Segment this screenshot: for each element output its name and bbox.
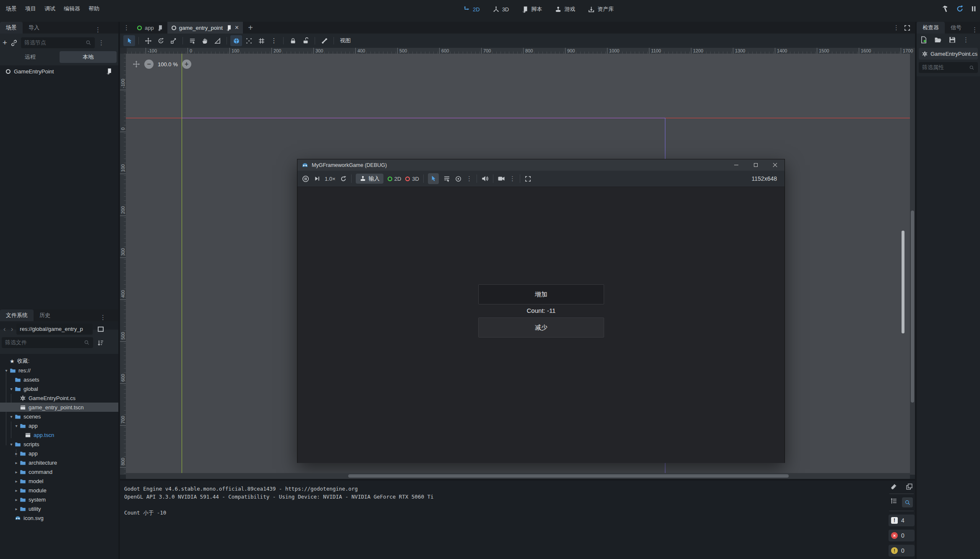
tab-signals[interactable]: 信号 (945, 22, 967, 34)
game-select-mode-icon[interactable] (428, 173, 439, 184)
expand-arrow-icon[interactable]: ▾ (9, 387, 14, 391)
search-output-toggle[interactable] (902, 497, 913, 507)
canvas-vscrollbar[interactable] (910, 54, 915, 475)
camera-menu-icon[interactable]: ⋮ (509, 175, 516, 182)
cube-tool-icon[interactable] (230, 35, 242, 46)
nav-forward-icon[interactable]: › (9, 325, 15, 333)
workspace-game[interactable]: 游戏 (551, 3, 579, 15)
filter-files-input[interactable]: 筛选文件 (2, 337, 93, 348)
bone-tool-icon[interactable] (318, 35, 330, 46)
add-node-icon[interactable]: + (3, 38, 7, 47)
select-2d-button[interactable]: 2D (388, 176, 401, 182)
expand-arrow-icon[interactable]: ▾ (4, 368, 9, 373)
expand-arrow-icon[interactable]: ▾ (9, 414, 14, 419)
tab-history[interactable]: 历史 (34, 309, 56, 321)
file-tree-item-model[interactable]: ▸model (0, 476, 118, 486)
decrease-button[interactable]: 减少 (478, 317, 604, 338)
sort-files-icon[interactable] (97, 339, 104, 346)
camera-override-icon[interactable] (498, 175, 505, 182)
game-window[interactable]: MyGFrameworkGame (DEBUG) 1.0× 输入 (297, 159, 785, 463)
file-tree-item-res---[interactable]: ▾res:// (0, 366, 118, 375)
tab-inspector[interactable]: 检查器 (917, 22, 945, 34)
file-tree-item-command[interactable]: ▸command (0, 467, 118, 476)
speed-label[interactable]: 1.0× (325, 176, 336, 182)
game-window-titlebar[interactable]: MyGFrameworkGame (DEBUG) (297, 159, 785, 171)
filter-nodes-input[interactable]: 筛选节点 (21, 37, 95, 48)
attached-script-icon[interactable] (106, 68, 112, 75)
file-tree-item-system[interactable]: ▸system (0, 495, 118, 504)
warnings-filter-button[interactable]: ! 0 (889, 545, 915, 556)
workspace-2d[interactable]: 2D (460, 3, 483, 15)
save-resource-icon[interactable] (949, 36, 956, 44)
inspector-dock-menu-icon[interactable]: ⋮ (972, 26, 978, 34)
file-tree-item-architecture[interactable]: ▸architecture (0, 458, 118, 467)
zoom-level[interactable]: 100.0 % (158, 61, 178, 68)
scene-tab-app[interactable]: app (133, 22, 167, 34)
expand-arrow-icon[interactable]: ▸ (14, 460, 19, 465)
tab-import-dock[interactable]: 导入 (23, 22, 45, 34)
grid-tool-icon[interactable] (255, 35, 267, 46)
file-tree-item-scripts[interactable]: ▾scripts (0, 439, 118, 449)
vscroll-thumb[interactable] (911, 211, 914, 403)
game-options-menu-icon[interactable]: ⋮ (466, 175, 472, 182)
scene-tree-root-row[interactable]: GameEntryPoint (0, 66, 118, 76)
clear-output-icon[interactable] (890, 483, 897, 490)
cursor-tool-icon[interactable] (123, 35, 135, 46)
focus-selection-icon[interactable] (455, 175, 462, 182)
mute-audio-icon[interactable] (481, 175, 489, 182)
lock-tool-icon[interactable] (287, 35, 299, 46)
hscroll-thumb[interactable] (348, 474, 789, 478)
build-hammer-icon[interactable] (941, 5, 950, 13)
zoom-in-button[interactable]: + (182, 60, 191, 69)
favorites-header[interactable]: ★收藏: (0, 356, 118, 366)
scene-tree-menu-icon[interactable]: ⋮ (98, 39, 104, 47)
input-mode-button[interactable]: 输入 (356, 174, 383, 184)
file-tree-item-app[interactable]: ▸app (0, 449, 118, 458)
menu-project[interactable]: 项目 (21, 3, 40, 14)
next-frame-icon[interactable] (314, 175, 321, 182)
view-menu-button[interactable]: 视图 (340, 37, 351, 44)
load-resource-icon[interactable] (934, 36, 942, 44)
ruler-tool-icon[interactable] (211, 35, 223, 46)
resource-menu-icon[interactable]: ⋮ (963, 36, 969, 44)
nav-back-icon[interactable]: ‹ (2, 325, 8, 333)
workspace-script[interactable]: 脚本 (518, 3, 545, 15)
rotate-tool-icon[interactable] (155, 35, 167, 46)
unlock-tool-icon[interactable] (300, 35, 311, 46)
messages-filter-button[interactable]: ! 4 (889, 515, 915, 526)
new-scene-tab-icon[interactable]: + (243, 23, 258, 33)
game-scrollbar[interactable] (902, 231, 904, 333)
new-resource-icon[interactable] (920, 36, 928, 44)
window-close-button[interactable] (765, 159, 785, 171)
filter-properties-input[interactable]: 筛选属性 (919, 62, 978, 73)
expand-arrow-icon[interactable]: ▸ (14, 497, 19, 502)
file-tree-item-global[interactable]: ▾global (0, 384, 118, 393)
viewport-canvas[interactable]: − 100.0 % + MyGFrameworkGame (DEBUG) 1.0… (126, 54, 910, 475)
edited-object-header[interactable]: GameEntryPoint.cs (919, 48, 978, 60)
file-tree-item-app.tscn[interactable]: app.tscn (0, 430, 118, 439)
game-list-select-icon[interactable] (443, 175, 451, 182)
file-tree-item-module[interactable]: ▸module (0, 486, 118, 495)
increase-button[interactable]: 增加 (478, 284, 604, 304)
expand-arrow-icon[interactable]: ▸ (14, 479, 19, 484)
copy-output-icon[interactable] (906, 483, 913, 490)
reload-game-icon[interactable] (956, 5, 964, 13)
collapse-duplicates-icon[interactable] (890, 497, 897, 504)
pause-circle-icon[interactable] (302, 175, 310, 183)
scene-dock-menu-icon[interactable]: ⋮ (95, 26, 101, 34)
close-tab-icon[interactable]: × (235, 24, 239, 31)
remote-button[interactable]: 远程 (2, 51, 59, 63)
menu-debug[interactable]: 调试 (40, 3, 60, 14)
canvas-hscrollbar[interactable] (126, 473, 910, 479)
file-tree-item-app[interactable]: ▾app (0, 421, 118, 430)
window-minimize-button[interactable] (727, 159, 746, 171)
current-path-field[interactable]: res://global/game_entry_p (16, 324, 93, 335)
workspace-3d[interactable]: 3D (489, 3, 513, 15)
expand-arrow-icon[interactable]: ▾ (14, 424, 19, 428)
toggle-split-mode-icon[interactable] (97, 325, 104, 333)
filesystem-menu-icon[interactable]: ⋮ (100, 314, 106, 321)
center-menu-icon[interactable]: ⋮ (889, 24, 904, 31)
dotsnap-tool-icon[interactable] (243, 35, 255, 46)
scene-tabs-menu-icon[interactable]: ⋮ (120, 24, 133, 31)
hand-tool-icon[interactable] (199, 35, 211, 46)
